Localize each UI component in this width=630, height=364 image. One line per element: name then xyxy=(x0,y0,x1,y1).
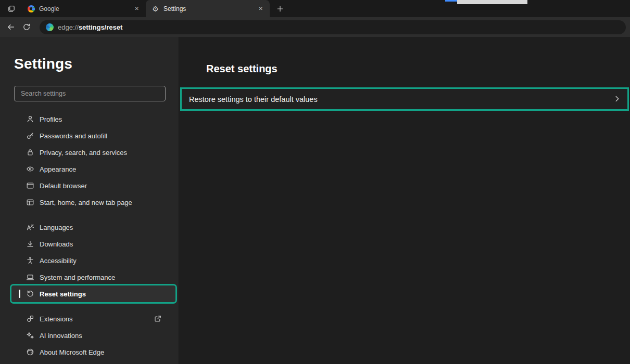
sidebar-item-system-performance[interactable]: System and performance xyxy=(11,269,175,285)
reset-icon xyxy=(26,290,34,298)
person-icon xyxy=(26,115,34,123)
google-favicon xyxy=(28,5,35,12)
system-icon xyxy=(26,273,34,281)
sidebar-item-passwords-and-autofill[interactable]: Passwords and autofill xyxy=(11,127,175,144)
sidebar-item-label: AI innovations xyxy=(40,332,82,340)
new-tab-layout-icon xyxy=(26,198,34,206)
new-tab-button[interactable] xyxy=(274,3,286,15)
sidebar-nav: ProfilesPasswords and autofillPrivacy, s… xyxy=(0,111,179,360)
url-scheme: edge:// xyxy=(58,23,79,31)
sidebar-item-label: About Microsoft Edge xyxy=(40,348,104,356)
close-icon[interactable]: ✕ xyxy=(132,5,142,12)
sidebar-item-label: Languages xyxy=(40,224,73,231)
settings-page: Settings ProfilesPasswords and autofillP… xyxy=(0,37,630,364)
background-window-fragment xyxy=(457,0,527,4)
sidebar-item-label: Start, home, and new tab page xyxy=(40,199,132,206)
sidebar-item-label: Profiles xyxy=(40,115,62,123)
sidebar-item-about-edge[interactable]: About Microsoft Edge xyxy=(11,344,175,360)
back-button[interactable] xyxy=(3,19,19,35)
lock-icon xyxy=(26,148,34,157)
tab-bar: Google ✕ ⚙ Settings ✕ xyxy=(0,0,630,17)
url-path: settings/reset xyxy=(79,23,123,31)
sidebar-item-label: System and performance xyxy=(40,274,115,281)
tab-settings[interactable]: ⚙ Settings ✕ xyxy=(146,0,270,17)
page-title: Settings xyxy=(14,56,179,72)
close-icon[interactable]: ✕ xyxy=(256,5,266,12)
sidebar-item-languages[interactable]: Languages xyxy=(11,219,175,236)
tab-title: Settings xyxy=(163,5,252,12)
tab-google[interactable]: Google ✕ xyxy=(22,0,146,17)
restore-defaults-label: Restore settings to their default values xyxy=(189,95,318,103)
eye-icon xyxy=(26,165,34,173)
sidebar-item-appearance[interactable]: Appearance xyxy=(11,161,175,177)
extensions-icon xyxy=(26,315,34,323)
sparkle-icon xyxy=(26,331,34,340)
sidebar-item-label: Passwords and autofill xyxy=(40,132,107,140)
sidebar-item-ai-innovations[interactable]: AI innovations xyxy=(11,327,175,344)
translate-icon xyxy=(26,223,34,231)
sidebar-group: LanguagesDownloadsAccessibilitySystem an… xyxy=(0,219,179,302)
search-input[interactable] xyxy=(14,86,166,101)
chevron-right-icon xyxy=(613,95,622,104)
download-icon xyxy=(26,240,34,248)
url-text: edge://settings/reset xyxy=(58,23,122,31)
navigation-bar: edge://settings/reset xyxy=(0,17,630,37)
external-link-icon xyxy=(154,315,162,323)
sidebar-item-label: Privacy, search, and services xyxy=(40,149,127,157)
sidebar-item-label: Appearance xyxy=(40,165,76,173)
restore-defaults-row[interactable]: Restore settings to their default values xyxy=(180,87,629,111)
sidebar-item-label: Extensions xyxy=(40,315,73,323)
sidebar-item-reset-settings[interactable]: Reset settings xyxy=(11,285,175,302)
browser-window: { "colors": { "annotation_highlight": "#… xyxy=(0,0,630,364)
sidebar-item-label: Reset settings xyxy=(40,290,86,298)
edge-logo-icon xyxy=(46,23,54,31)
sidebar-item-extensions[interactable]: Extensions xyxy=(11,310,175,327)
tab-actions-icon[interactable] xyxy=(6,4,17,14)
sidebar-group: ExtensionsAI innovationsAbout Microsoft … xyxy=(0,310,179,360)
key-icon xyxy=(26,132,34,140)
sidebar-item-label: Downloads xyxy=(40,240,73,248)
sidebar-group: ProfilesPasswords and autofillPrivacy, s… xyxy=(0,111,179,211)
refresh-button[interactable] xyxy=(19,19,34,35)
accessibility-icon xyxy=(26,256,34,265)
gear-icon: ⚙ xyxy=(152,5,159,12)
sidebar-item-downloads[interactable]: Downloads xyxy=(11,236,175,252)
sidebar-item-default-browser[interactable]: Default browser xyxy=(11,177,175,194)
browser-window-icon xyxy=(26,181,34,190)
sidebar-item-accessibility[interactable]: Accessibility xyxy=(11,252,175,269)
section-title: Reset settings xyxy=(206,63,630,75)
sidebar-item-label: Accessibility xyxy=(40,257,77,265)
selection-indicator xyxy=(19,290,20,298)
address-bar[interactable]: edge://settings/reset xyxy=(40,20,626,34)
sidebar-item-start-home-new-tab[interactable]: Start, home, and new tab page xyxy=(11,194,175,211)
edge-logo-mono-icon xyxy=(26,348,34,356)
main-panel: Reset settings Restore settings to their… xyxy=(179,37,630,364)
settings-sidebar: Settings ProfilesPasswords and autofillP… xyxy=(0,37,179,364)
sidebar-item-label: Default browser xyxy=(40,182,87,190)
tab-title: Google xyxy=(39,5,128,12)
sidebar-item-privacy-search-services[interactable]: Privacy, search, and services xyxy=(11,144,175,161)
sidebar-item-profiles[interactable]: Profiles xyxy=(11,111,175,127)
